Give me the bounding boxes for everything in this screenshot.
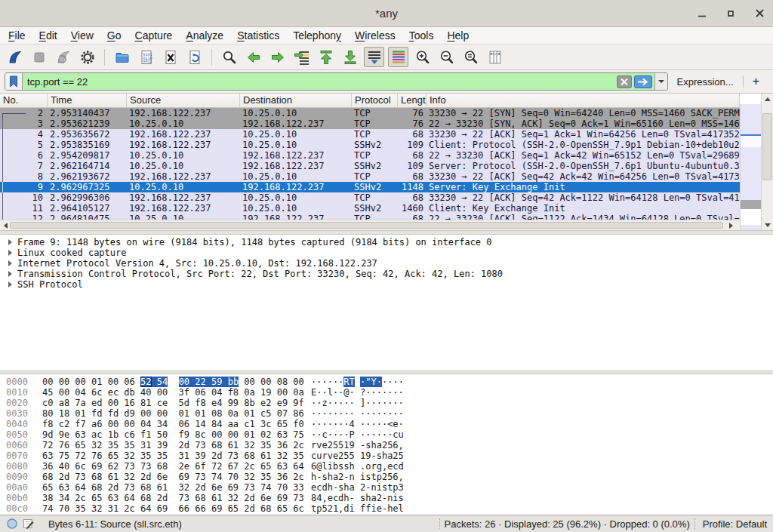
open-file-button[interactable] <box>112 47 132 67</box>
hex-ascii[interactable]: rve25519 -sha256, <box>311 440 404 451</box>
column-header-length[interactable]: Length <box>398 94 427 107</box>
packet-row-6[interactable]: 62.95420981710.25.0.10192.168.122.237TCP… <box>0 150 740 161</box>
profile-button[interactable]: Profile: Default <box>703 518 767 530</box>
menu-edit[interactable]: Edit <box>32 27 64 44</box>
hex-ascii[interactable]: ··c····P ······cu <box>311 429 404 440</box>
minimize-button[interactable] <box>696 8 708 20</box>
scroll-up-button[interactable] <box>762 94 773 104</box>
go-previous-packet-button[interactable] <box>243 47 263 67</box>
hex-bytes[interactable]: 72 76 65 32 35 35 31 39 2d 73 68 61 32 3… <box>42 440 311 451</box>
go-last-packet-button[interactable] <box>340 47 360 67</box>
hex-row-00c0[interactable]: 00c074 70 35 32 31 2c 64 69 66 66 69 65 … <box>6 503 773 514</box>
hex-row-0060[interactable]: 006072 76 65 32 35 35 31 39 2d 73 68 61 … <box>6 440 773 451</box>
close-button[interactable] <box>753 8 765 20</box>
resize-columns-button[interactable] <box>485 47 505 67</box>
packet-row-9[interactable]: 92.96296732510.25.0.10192.168.122.237SSH… <box>0 182 740 192</box>
zoom-out-button[interactable] <box>436 47 457 67</box>
clear-filter-button[interactable] <box>617 75 632 88</box>
hex-bytes[interactable]: 63 75 72 76 65 32 35 35 31 39 2d 73 68 6… <box>42 451 311 461</box>
packet-minimap[interactable] <box>740 104 761 230</box>
expander-icon[interactable] <box>8 239 12 245</box>
title-bar[interactable]: *any <box>0 0 773 27</box>
hex-bytes[interactable]: 36 40 6c 69 62 73 73 68 2e 6f 72 67 2c 6… <box>42 461 311 472</box>
column-header-protocol[interactable]: Protocol <box>352 94 398 107</box>
reload-file-button[interactable] <box>184 47 205 67</box>
packet-row-10[interactable]: 102.962996306192.168.122.23710.25.0.10TC… <box>0 192 740 203</box>
column-header-info[interactable]: Info <box>427 94 740 107</box>
hex-row-0040[interactable]: 0040f8 c2 f7 a6 00 00 04 34 06 14 84 aa … <box>6 419 773 429</box>
expression-button[interactable]: Expression... <box>668 76 743 88</box>
detail-row[interactable]: Internet Protocol Version 4, Src: 10.25.… <box>0 258 773 269</box>
horizontal-scroll-thumb[interactable] <box>10 222 723 229</box>
hex-bytes[interactable]: f8 c2 f7 a6 00 00 04 34 06 14 84 aa c1 3… <box>42 419 311 429</box>
packet-row-7[interactable]: 72.96216471410.25.0.10192.168.122.237SSH… <box>0 161 740 171</box>
expander-icon[interactable] <box>8 271 12 277</box>
menu-wireless[interactable]: Wireless <box>348 27 402 44</box>
hex-bytes[interactable]: c0 a8 7a ed 00 16 81 ce 5d f8 e4 99 8b e… <box>42 398 311 408</box>
hex-row-0090[interactable]: 009068 2d 73 68 61 32 2d 6e 69 73 74 70 … <box>6 472 773 482</box>
vertical-scroll-track[interactable] <box>762 104 773 220</box>
expander-icon[interactable] <box>8 250 12 256</box>
zoom-100-button[interactable] <box>460 47 481 67</box>
apply-filter-button[interactable] <box>634 75 652 88</box>
expander-icon[interactable] <box>8 260 12 266</box>
hex-row-0050[interactable]: 00509d 9e 63 ac 1b c6 f1 50 f9 8c 00 00 … <box>6 429 773 440</box>
filter-bookmark-button[interactable] <box>5 73 23 90</box>
expert-info-button[interactable] <box>6 518 18 530</box>
hex-ascii[interactable]: 6@libssh .org,ecd <box>311 461 404 472</box>
column-header-source[interactable]: Source <box>127 94 240 107</box>
hex-row-0020[interactable]: 0020c0 a8 7a ed 00 16 81 ce 5d f8 e4 99 … <box>6 398 773 408</box>
start-capture-button[interactable] <box>5 47 25 67</box>
menu-file[interactable]: File <box>2 27 32 44</box>
column-header-no[interactable]: No. <box>0 94 48 107</box>
zoom-in-button[interactable] <box>412 47 433 67</box>
hex-ascii[interactable]: ecdh-sha 2-nistp3 <box>311 482 404 493</box>
hex-bytes[interactable]: 65 63 64 68 2d 73 68 61 32 2d 6e 69 73 7… <box>42 482 311 493</box>
hex-ascii[interactable]: curve255 19-sha25 <box>311 451 404 461</box>
packet-row-2[interactable]: 22.953140437192.168.122.23710.25.0.10TCP… <box>0 108 740 118</box>
packet-row-4[interactable]: 42.953635672192.168.122.23710.25.0.10TCP… <box>0 129 740 140</box>
hex-ascii[interactable]: 84,ecdh- sha2-nis <box>311 493 404 503</box>
hex-bytes[interactable]: 9d 9e 63 ac 1b c6 f1 50 f9 8c 00 00 01 0… <box>42 429 311 440</box>
filter-input[interactable]: tcp.port == 22 <box>23 76 617 88</box>
hex-bytes[interactable]: 68 2d 73 68 61 32 2d 6e 69 73 74 70 32 3… <box>42 472 311 482</box>
packet-row-12[interactable]: 122.96481047510.25.0.10192.168.122.237TC… <box>0 214 740 220</box>
hex-ascii[interactable]: ··z····· ]······· <box>311 398 404 408</box>
auto-scroll-toggle-button[interactable] <box>364 47 384 67</box>
scroll-left-icon[interactable] <box>4 223 8 229</box>
save-file-button[interactable]: 010101100011 <box>136 47 156 67</box>
hex-ascii[interactable]: E··l··@· ?······· <box>311 387 404 398</box>
display-filter-field[interactable]: tcp.port == 22 <box>5 72 668 91</box>
menu-view[interactable]: View <box>64 27 100 44</box>
menu-capture[interactable]: Capture <box>128 27 180 44</box>
capture-options-button[interactable] <box>77 47 97 67</box>
scroll-right-icon[interactable] <box>729 223 733 229</box>
hex-row-0010[interactable]: 001045 00 04 6c ec db 40 00 3f 06 04 f8 … <box>6 387 773 398</box>
menu-tools[interactable]: Tools <box>402 27 441 44</box>
menu-telephony[interactable]: Telephony <box>286 27 348 44</box>
hex-row-0070[interactable]: 007063 75 72 76 65 32 35 35 31 39 2d 73 … <box>6 451 773 461</box>
hex-row-0000[interactable]: 000000 00 00 01 00 06 52 54 00 22 59 bb … <box>6 377 773 387</box>
colorize-toggle-button[interactable] <box>388 47 408 67</box>
menu-analyze[interactable]: Analyze <box>179 27 230 44</box>
hex-ascii[interactable]: tp521,di ffie-hel <box>311 503 404 514</box>
find-packet-button[interactable] <box>219 47 239 67</box>
go-next-packet-button[interactable] <box>267 47 288 67</box>
packet-row-11[interactable]: 112.964105127192.168.122.23710.25.0.10SS… <box>0 203 740 214</box>
hex-ascii[interactable]: ·······4 ·····<e· <box>311 419 404 429</box>
close-file-button[interactable] <box>160 47 180 67</box>
go-to-packet-button[interactable] <box>291 47 312 67</box>
hex-ascii[interactable]: ······RT ·"Y····· <box>311 377 404 387</box>
packet-row-8[interactable]: 82.962193672192.168.122.23710.25.0.10TCP… <box>0 171 740 182</box>
packet-row-3[interactable]: 32.95362123910.25.0.10192.168.122.237TCP… <box>0 118 740 129</box>
column-header-destination[interactable]: Destination <box>240 94 352 107</box>
hex-row-0080[interactable]: 008036 40 6c 69 62 73 73 68 2e 6f 72 67 … <box>6 461 773 472</box>
vertical-scrollbar[interactable] <box>761 94 773 230</box>
hex-ascii[interactable]: ········ ········ <box>311 408 404 419</box>
detail-row[interactable]: Transmission Control Protocol, Src Port:… <box>0 269 773 279</box>
hex-bytes[interactable]: 00 00 00 01 00 06 52 54 00 22 59 bb 00 0… <box>42 377 311 387</box>
menu-statistics[interactable]: Statistics <box>230 27 286 44</box>
hex-bytes[interactable]: 45 00 04 6c ec db 40 00 3f 06 04 f8 0a 1… <box>42 387 311 398</box>
vertical-scroll-thumb[interactable] <box>762 113 772 180</box>
expander-icon[interactable] <box>8 281 12 288</box>
